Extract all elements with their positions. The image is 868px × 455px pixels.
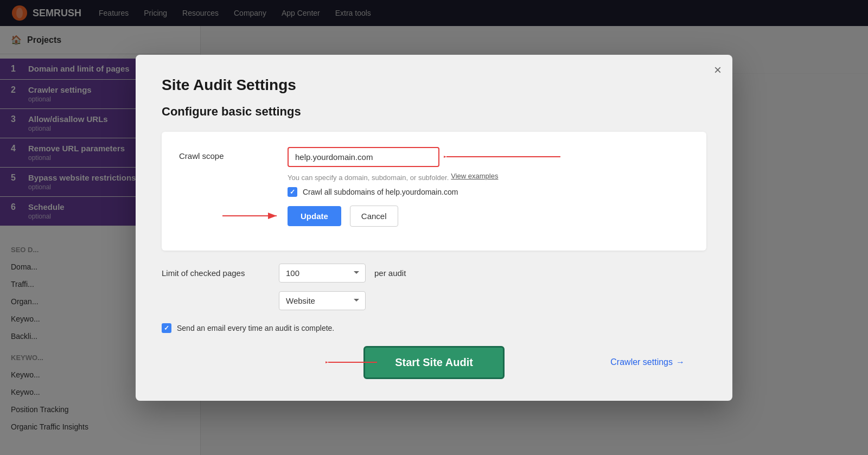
cancel-button[interactable]: Cancel xyxy=(350,206,398,227)
view-examples-link[interactable]: View examples xyxy=(451,172,498,180)
update-button-arrow xyxy=(222,210,282,221)
subdomain-checkbox-row: Crawl all subdomains of help.yourdomain.… xyxy=(288,187,689,197)
red-arrow-to-input xyxy=(444,151,563,162)
limit-select[interactable]: 100 500 1000 xyxy=(279,264,366,283)
crawl-scope-input[interactable] xyxy=(288,147,439,167)
type-select[interactable]: Website Subdomain xyxy=(279,291,366,310)
bottom-row: Start Site Audit Crawler settings → xyxy=(162,346,706,379)
crawler-settings-label: Crawler settings xyxy=(610,357,673,367)
email-checkbox-row: Send an email every time an audit is com… xyxy=(162,323,706,333)
crawler-settings-arrow: → xyxy=(676,357,685,367)
per-audit-label: per audit xyxy=(374,268,406,278)
crawler-settings-link[interactable]: Crawler settings → xyxy=(610,357,685,367)
crawl-scope-label: Crawl scope xyxy=(179,147,288,161)
start-audit-button[interactable]: Start Site Audit xyxy=(363,346,505,379)
input-hint: You can specify a domain, subdomain, or … xyxy=(288,174,449,182)
email-checkbox[interactable] xyxy=(162,323,171,333)
modal-title: Site Audit Settings xyxy=(162,76,706,94)
limit-label: Limit of checked pages xyxy=(162,268,270,278)
subdomain-checkbox[interactable] xyxy=(288,187,297,197)
site-audit-modal: × Site Audit Settings Configure basic se… xyxy=(136,55,732,401)
crawl-scope-row: Crawl scope xyxy=(179,147,689,227)
crawl-scope-input-group: You can specify a domain, subdomain, or … xyxy=(288,147,689,227)
modal-close-button[interactable]: × xyxy=(714,63,722,76)
update-button[interactable]: Update xyxy=(288,206,341,226)
limit-row: Limit of checked pages 100 500 1000 per … xyxy=(162,264,706,283)
type-select-row: Website Subdomain xyxy=(279,291,706,310)
crawler-settings-area: Crawler settings → xyxy=(610,357,685,367)
start-audit-arrow xyxy=(326,354,380,370)
subdomain-label: Crawl all subdomains of help.yourdomain.… xyxy=(303,188,458,196)
email-label: Send an email every time an audit is com… xyxy=(177,324,334,332)
modal-subtitle: Configure basic settings xyxy=(162,105,706,119)
modal-overlay: × Site Audit Settings Configure basic se… xyxy=(0,0,868,455)
input-arrow-indicator xyxy=(444,151,563,162)
settings-card: Crawl scope xyxy=(162,132,706,251)
red-arrow-to-update xyxy=(222,210,282,221)
